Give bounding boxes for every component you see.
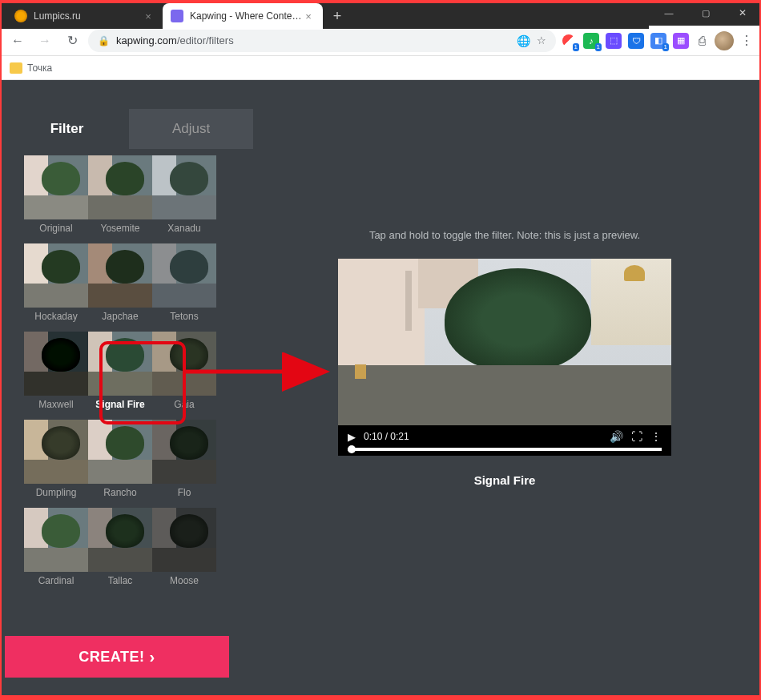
filter-thumbnail [88,243,152,308]
filter-thumbnail [88,508,152,572]
video-controls: ▶ 0:10 / 0:21 🔊 ⛶ ⋮ [338,425,671,448]
filter-thumbnail [24,332,88,396]
filter-maxwell[interactable]: Maxwell [24,332,88,410]
fullscreen-icon[interactable]: ⛶ [631,430,642,443]
tab-filter[interactable]: Filter [5,109,129,149]
filter-thumbnail [152,508,216,572]
filter-gaia[interactable]: Gaia [152,332,216,410]
filter-tetons[interactable]: Tetons [152,243,216,322]
video-progress[interactable] [348,448,662,451]
filter-grid: OriginalYosemiteXanaduHockadayJapchaeTet… [5,149,253,636]
reload-button[interactable]: ↻ [61,30,83,52]
filter-label: Original [24,223,88,234]
favicon-icon [14,10,27,22]
filter-label: Signal Fire [88,399,152,410]
filter-label: Hockaday [24,311,88,322]
filter-label: Rancho [88,487,152,498]
folder-icon [10,62,22,74]
filter-rancho[interactable]: Rancho [88,420,152,498]
tab-title: Lumpics.ru [34,10,142,22]
play-icon[interactable]: ▶ [348,431,356,443]
filter-thumbnail [152,332,216,396]
favicon-icon [171,10,183,22]
lock-icon: 🔒 [98,35,110,46]
bookmarks-bar: Точка [0,56,761,80]
address-bar[interactable]: 🔒 kapwing.com/editor/filters 🌐 ☆ [88,30,556,52]
filter-thumbnail [88,332,152,396]
preview-pane: Tap and hold to toggle the filter. Note:… [253,109,756,678]
filter-label: Xanadu [152,223,216,234]
extension-icons: 1 ♪1 ⬚ 🛡 ◧1 ▦ [561,33,689,49]
filter-flo[interactable]: Flo [152,420,216,498]
filter-label: Moose [152,575,216,586]
bookmark-star-icon[interactable]: ☆ [537,34,546,46]
translate-icon[interactable]: 🌐 [517,34,530,47]
filter-thumbnail [24,155,88,219]
filter-yosemite[interactable]: Yosemite [88,155,152,234]
filter-thumbnail [88,420,152,484]
filter-japchae[interactable]: Japchae [88,243,152,322]
filter-thumbnail [24,243,88,308]
filter-thumbnail [152,155,216,219]
app-content: Filter Adjust OriginalYosemiteXanaduHock… [5,109,756,678]
window-maximize-button[interactable] [687,0,724,26]
video-menu-icon[interactable]: ⋮ [650,430,662,443]
bookmark-folder[interactable]: Точка [27,62,52,74]
sidebar: Filter Adjust OriginalYosemiteXanaduHock… [5,109,253,678]
filter-label: Japchae [88,311,152,322]
filter-label: Maxwell [24,399,88,410]
preview-hint: Tap and hold to toggle the filter. Note:… [369,229,640,241]
selected-filter-name: Signal Fire [474,473,536,487]
window-close-button[interactable] [724,0,761,26]
extension-icon[interactable]: 1 [561,33,577,49]
chevron-right-icon: › [150,648,155,666]
browser-tab-lumpics[interactable]: Lumpics.ru × [6,3,163,29]
filter-tallac[interactable]: Tallac [88,508,152,586]
create-button[interactable]: CREATE! › [5,636,229,678]
filter-label: Tetons [152,311,216,322]
filter-signal-fire[interactable]: Signal Fire [88,332,152,410]
profile-avatar[interactable] [715,31,734,50]
filter-label: Gaia [152,399,216,410]
back-button[interactable]: ← [6,30,29,52]
tab-adjust[interactable]: Adjust [129,109,253,149]
window-minimize-button[interactable] [650,0,687,26]
browser-tab-kapwing[interactable]: Kapwing - Where Content Creati... × [163,3,323,29]
filter-dumpling[interactable]: Dumpling [24,420,88,498]
filter-label: Yosemite [88,223,152,234]
browser-tabstrip: Lumpics.ru × Kapwing - Where Content Cre… [0,0,649,29]
reader-mode-icon[interactable]: ⎙ [694,34,710,47]
extension-icon[interactable]: 🛡 [628,33,644,49]
filter-hockaday[interactable]: Hockaday [24,243,88,322]
tab-title: Kapwing - Where Content Creati... [190,10,302,22]
create-label: CREATE! [79,649,144,666]
filter-xanadu[interactable]: Xanadu [152,155,216,234]
tab-close-icon[interactable]: × [302,10,315,22]
extension-icon[interactable]: ♪1 [583,33,599,49]
sidebar-tabs: Filter Adjust [5,109,253,149]
filter-thumbnail [152,420,216,484]
filter-thumbnail [88,155,152,219]
forward-button[interactable]: → [34,30,56,52]
extension-icon[interactable]: ⬚ [606,33,622,49]
filter-thumbnail [24,508,88,572]
filter-label: Cardinal [24,575,88,586]
video-frame [338,259,671,425]
filter-thumbnail [24,420,88,484]
extension-icon[interactable]: ◧1 [650,33,666,49]
filter-cardinal[interactable]: Cardinal [24,508,88,586]
filter-original[interactable]: Original [24,155,88,234]
browser-menu-icon[interactable]: ⋮ [739,33,755,48]
tab-close-icon[interactable]: × [142,10,155,22]
url-text: kapwing.com/editor/filters [116,34,510,46]
filter-label: Tallac [88,575,152,586]
filter-thumbnail [152,243,216,308]
new-tab-button[interactable]: + [326,5,348,27]
filter-label: Flo [152,487,216,498]
video-player[interactable]: ▶ 0:10 / 0:21 🔊 ⛶ ⋮ [338,259,671,456]
filter-moose[interactable]: Moose [152,508,216,586]
video-time: 0:10 / 0:21 [364,431,409,442]
extension-icon[interactable]: ▦ [673,33,689,49]
volume-icon[interactable]: 🔊 [610,430,623,443]
filter-label: Dumpling [24,487,88,498]
